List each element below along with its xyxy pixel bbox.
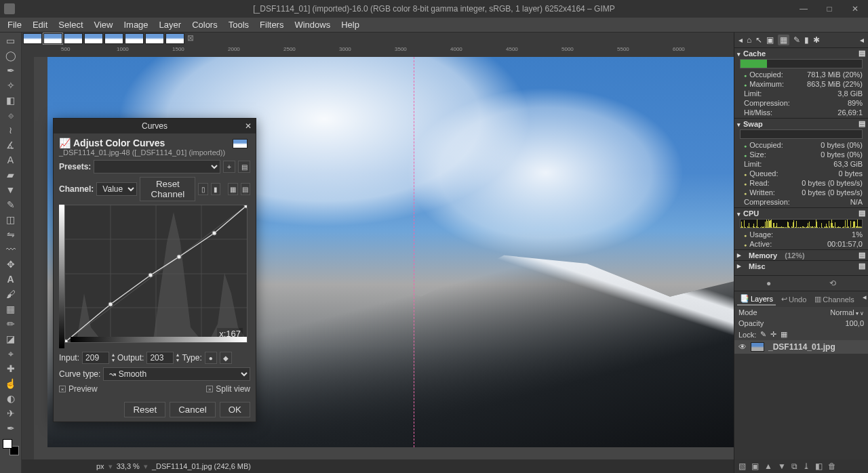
tool-bucket[interactable]: ▰ — [3, 168, 19, 182]
tool-ink[interactable]: ✒ — [3, 421, 19, 435]
menu-windows[interactable]: Windows — [290, 18, 335, 31]
ruler-vertical[interactable] — [22, 57, 34, 459]
reset-channel-button[interactable]: Reset Channel — [140, 177, 195, 201]
tab-close-icon[interactable]: ⊠ — [186, 33, 195, 43]
menu-help[interactable]: Help — [336, 18, 364, 31]
lock-alpha-icon[interactable]: ▦ — [781, 330, 787, 339]
maximize-button[interactable]: □ — [816, 0, 842, 18]
tool-flip[interactable]: ⇋ — [3, 228, 19, 241]
spin-down-icon[interactable]: ▾ — [112, 358, 115, 363]
tool-gradient[interactable]: ▼ — [3, 183, 19, 197]
tool-pencil2[interactable]: ✏ — [3, 317, 19, 331]
tool-fuzzy-select[interactable]: ✧ — [3, 79, 19, 92]
mode-value[interactable]: Normal — [830, 308, 854, 316]
lock-pixels-icon[interactable]: ✎ — [760, 330, 766, 339]
image-tab[interactable] — [43, 33, 62, 44]
config-icon[interactable]: ▤ — [859, 49, 865, 58]
image-tab[interactable] — [145, 33, 164, 44]
menu-filters[interactable]: Filters — [255, 18, 288, 31]
duplicate-layer-icon[interactable]: ⧉ — [791, 461, 797, 471]
menu-arrow-icon[interactable]: ◂ — [860, 35, 864, 45]
image-tab[interactable] — [23, 33, 42, 44]
config-icon[interactable]: ▤ — [859, 119, 865, 128]
screenshot-icon[interactable]: ▣ — [766, 35, 774, 45]
tab-layers[interactable]: 📑Layers — [737, 293, 776, 306]
reset-button[interactable]: Reset — [124, 402, 165, 417]
refresh-icon[interactable]: ⟲ — [829, 279, 836, 288]
misc-header[interactable]: ▸ Misc▤ — [737, 262, 865, 270]
home-icon[interactable]: ⌂ — [747, 35, 751, 45]
config-icon[interactable]: ▤ — [859, 262, 865, 270]
record-icon[interactable]: ● — [766, 279, 771, 288]
memory-header[interactable]: ▸ Memory (12%)▤ — [737, 251, 865, 260]
image-tab[interactable] — [104, 33, 123, 44]
config-icon[interactable]: ▤ — [859, 251, 865, 260]
menu-edit[interactable]: Edit — [28, 18, 52, 31]
menu-file[interactable]: File — [3, 18, 26, 31]
image-tab[interactable] — [165, 33, 184, 44]
pencil-icon[interactable]: ✎ — [793, 35, 800, 45]
lock-position-icon[interactable]: ✛ — [770, 330, 776, 339]
tool-text2[interactable]: A — [3, 272, 19, 286]
point-type-corner-icon[interactable]: ◆ — [220, 352, 232, 364]
tab-undo[interactable]: ↩Undo — [778, 293, 809, 306]
menu-image[interactable]: Image — [119, 18, 153, 31]
cache-header[interactable]: Cache▤ — [737, 49, 865, 58]
eye-icon[interactable]: 👁 — [738, 342, 747, 352]
menu-colors[interactable]: Colors — [187, 18, 222, 31]
layer-group-icon[interactable]: ▣ — [751, 461, 759, 471]
swap-header[interactable]: Swap▤ — [737, 119, 865, 128]
home-icon[interactable]: ◂ — [738, 35, 743, 45]
image-tab[interactable] — [84, 33, 103, 44]
minimize-button[interactable]: — — [791, 0, 816, 18]
close-button[interactable]: ✕ — [842, 0, 868, 18]
dialog-close-icon[interactable]: ✕ — [245, 121, 252, 131]
image-tab[interactable] — [64, 33, 83, 44]
guide-vertical[interactable] — [414, 57, 414, 447]
tool-smudge[interactable]: ☝ — [3, 377, 19, 390]
menu-arrow-icon[interactable]: ◂ — [863, 293, 867, 306]
tool-pencil[interactable]: ✎ — [3, 198, 19, 211]
tab-channels[interactable]: ▥Channels — [812, 293, 856, 306]
histogram-icon[interactable]: ▮ — [804, 35, 809, 45]
status-unit[interactable]: px — [96, 462, 104, 470]
delete-layer-icon[interactable]: 🗑 — [828, 461, 836, 471]
status-zoom[interactable]: 33,3 % — [117, 462, 140, 470]
tool-clone[interactable]: ⌖ — [3, 347, 19, 361]
spin-down-icon[interactable]: ▾ — [176, 358, 179, 363]
image-tab[interactable] — [125, 33, 144, 44]
tool-cage[interactable]: ◫ — [3, 213, 19, 226]
raise-layer-icon[interactable]: ▲ — [764, 461, 772, 471]
point-type-smooth-icon[interactable]: ● — [205, 352, 217, 364]
pointer-icon[interactable]: ↖ — [755, 35, 762, 45]
config-icon[interactable]: ▤ — [859, 209, 865, 218]
ruler-horizontal[interactable]: 5001000150020002500300035004000450050005… — [34, 45, 734, 57]
tool-rect-select[interactable]: ▭ — [3, 34, 19, 47]
tool-paths[interactable]: 〰 — [3, 243, 19, 256]
preview-checkbox[interactable]: ×Preview — [59, 384, 98, 394]
tool-measure[interactable]: ∡ — [3, 138, 19, 152]
cpu-header[interactable]: CPU▤ — [737, 209, 865, 218]
tool-text[interactable]: A — [3, 153, 19, 167]
tool-brush[interactable]: 🖌 — [3, 287, 19, 301]
tool-ellipse-select[interactable]: ◯ — [3, 49, 19, 62]
layer-row[interactable]: 👁 _DSF1114_01.jpg — [734, 340, 868, 354]
tool-free-select[interactable]: ✒ — [3, 64, 19, 77]
menu-layer[interactable]: Layer — [155, 18, 186, 31]
preset-menu-icon[interactable]: ▤ — [238, 161, 250, 173]
layer-name[interactable]: _DSF1114_01.jpg — [768, 342, 835, 352]
merge-down-icon[interactable]: ⤓ — [803, 461, 810, 471]
mask-icon[interactable]: ◧ — [815, 461, 823, 471]
butterfly-icon[interactable]: ✱ — [813, 35, 820, 45]
dashboard-icon[interactable]: ▦ — [778, 35, 789, 45]
tool-crop[interactable]: ◧ — [3, 94, 19, 107]
new-layer-icon[interactable]: ▧ — [738, 461, 746, 471]
preset-add-icon[interactable]: + — [223, 161, 235, 173]
histogram-linear-icon[interactable]: ▯ — [198, 183, 208, 195]
output-field[interactable] — [146, 352, 174, 364]
tool-warp[interactable]: ≀ — [3, 123, 19, 137]
curves-dialog[interactable]: Curves ✕ 📈Adjust Color Curves _DSF1114_0… — [53, 118, 256, 422]
tool-heal[interactable]: ✚ — [3, 362, 19, 375]
splitview-checkbox[interactable]: ×Split view — [206, 384, 250, 394]
tool-eraser[interactable]: ◪ — [3, 332, 19, 346]
